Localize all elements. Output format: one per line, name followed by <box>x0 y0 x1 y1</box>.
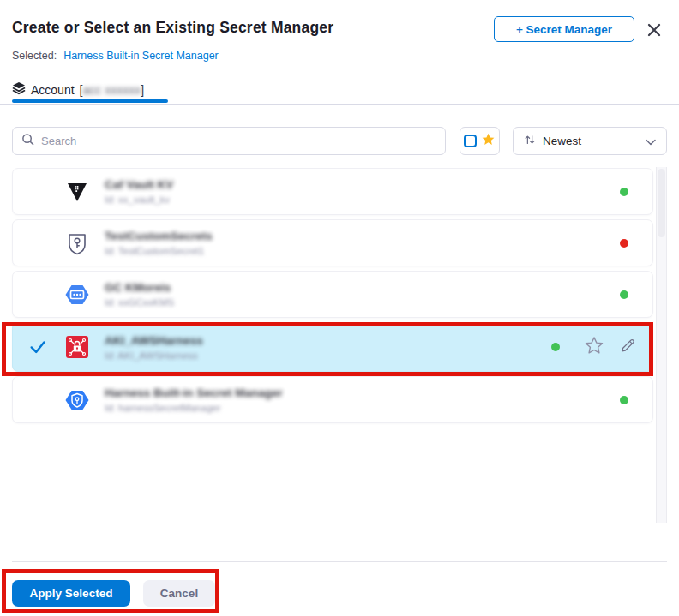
secret-manager-modal: Create or Select an Existing Secret Mana… <box>0 0 679 616</box>
favorites-filter-toggle[interactable] <box>460 127 500 155</box>
search-input[interactable] <box>41 135 436 147</box>
status-dot <box>620 239 628 248</box>
secret-manager-list: Caf Vault KV Id: xx_vault_kv TestCustomS… <box>12 168 653 428</box>
cancel-button[interactable]: Cancel <box>143 580 215 607</box>
selected-label: Selected: <box>12 50 57 62</box>
row-check-cell <box>13 285 63 304</box>
secret-manager-row[interactable]: Harness Built-in Secret Manager Id: harn… <box>12 376 653 423</box>
favorite-star-icon[interactable] <box>584 335 604 359</box>
status-dot <box>620 396 628 404</box>
row-actions <box>584 335 637 359</box>
secret-manager-id: Id: harnessSecretManager <box>105 403 221 413</box>
row-check-cell <box>13 182 63 201</box>
status-dot <box>620 290 628 299</box>
secret-manager-name: Harness Built-in Secret Manager <box>105 386 283 399</box>
selected-summary: Selected: Harness Built-in Secret Manage… <box>12 50 219 62</box>
secret-manager-row[interactable]: TestCustomSecrets Id: TestCustomSecret1 <box>12 219 653 266</box>
tab-scope-obscured-text: acc xxxxxx <box>82 83 141 97</box>
status-dot <box>551 343 560 351</box>
search-box <box>12 127 446 155</box>
footer-divider <box>12 561 667 562</box>
page-title: Create or Select an Existing Secret Mana… <box>12 19 333 37</box>
row-text: GC KMoreis Id: xxGCxxKMS <box>105 281 620 308</box>
add-secret-manager-button[interactable]: + Secret Manager <box>494 16 634 42</box>
row-check-cell <box>13 391 63 410</box>
sort-selected-value: Newest <box>543 135 639 147</box>
tab-account-label: Account <box>31 83 75 97</box>
star-filled-icon <box>481 132 496 150</box>
gcp-secret-manager-icon <box>63 281 91 308</box>
secret-manager-row[interactable]: GC KMoreis Id: xxGCxxKMS <box>12 271 653 318</box>
secret-manager-name: AKI_AWSHarness <box>105 334 203 347</box>
aws-kms-icon <box>63 333 91 361</box>
row-text: TestCustomSecrets Id: TestCustomSecret1 <box>105 230 620 256</box>
edit-pencil-icon[interactable] <box>618 336 637 358</box>
row-text: AKI_AWSHarness Id: AKI_AWSHarness <box>105 334 551 361</box>
secret-manager-name: Caf Vault KV <box>105 178 173 191</box>
secret-manager-id: Id: TestCustomSecret1 <box>105 246 204 256</box>
secret-manager-id: Id: AKI_AWSHarness <box>105 350 198 361</box>
secret-manager-id: Id: xx_vault_kv <box>105 194 170 205</box>
checkmark-icon <box>28 338 47 356</box>
layers-icon <box>12 81 26 98</box>
apply-selected-button[interactable]: Apply Selected <box>12 580 130 607</box>
row-text: Caf Vault KV Id: xx_vault_kv <box>105 178 620 205</box>
search-icon <box>21 133 34 149</box>
chevron-down-icon <box>646 134 656 149</box>
scrollbar[interactable] <box>656 167 667 523</box>
row-check-cell <box>13 338 63 356</box>
row-text: Harness Built-in Secret Manager Id: harn… <box>105 386 620 413</box>
secret-manager-row[interactable]: AKI_AWSHarness Id: AKI_AWSHarness <box>12 322 653 372</box>
tab-account-scope: [acc xxxxxx] <box>80 83 144 97</box>
harness-secret-manager-icon <box>63 386 91 414</box>
custom-secret-manager-icon <box>63 230 91 257</box>
row-check-cell <box>13 234 63 253</box>
selected-secret-manager-link[interactable]: Harness Built-in Secret Manager <box>63 50 219 62</box>
tab-bar-divider <box>0 104 679 105</box>
vault-logo-icon <box>63 178 91 206</box>
scrollbar-thumb[interactable] <box>658 169 665 237</box>
secret-manager-name: TestCustomSecrets <box>105 230 213 242</box>
secret-manager-id: Id: xxGCxxKMS <box>105 297 174 308</box>
secret-manager-name: GC KMoreis <box>105 281 171 294</box>
tab-account[interactable]: Account [acc xxxxxx] <box>12 81 144 98</box>
active-tab-indicator <box>12 99 168 103</box>
status-dot <box>620 188 628 196</box>
sort-dropdown[interactable]: Newest <box>513 127 667 155</box>
sort-arrows-icon <box>524 134 536 149</box>
secret-manager-row[interactable]: Caf Vault KV Id: xx_vault_kv <box>12 168 653 215</box>
favorites-checkbox[interactable] <box>464 135 477 147</box>
close-icon[interactable] <box>644 20 664 40</box>
